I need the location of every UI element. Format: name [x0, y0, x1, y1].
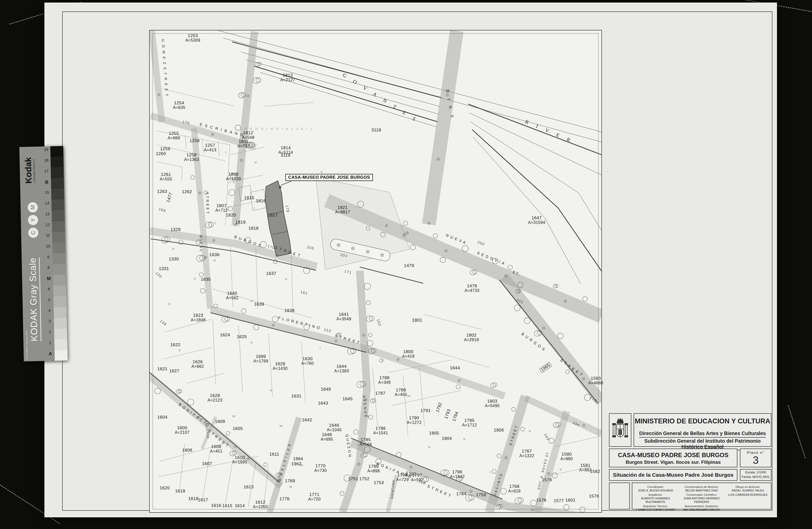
- kodak-scale-label: A: [45, 351, 56, 360]
- kodak-gray-patch: [53, 285, 67, 296]
- kodak-scale-label: 11: [42, 233, 53, 242]
- cadastral-map-drawing: [149, 30, 602, 513]
- empty-title-box: [609, 483, 630, 510]
- kodak-gray-patch: [54, 339, 68, 350]
- sheet-title-box: Situación de la Casa-Museo Padre José Bu…: [609, 469, 737, 481]
- plano-number: 3: [740, 454, 771, 466]
- kodak-scale-label: 14: [42, 201, 53, 210]
- kodak-gray-patch: [54, 317, 67, 328]
- scale-date-box: Escala: 1/1000 Fecha: MAYO 2001: [740, 469, 771, 481]
- credit-role: Coordinador: [632, 485, 679, 489]
- kodak-scale-label: B: [41, 180, 52, 188]
- scanned-map-photo: { "kodak_strip": { "brand": "Kodak", "br…: [0, 0, 812, 529]
- kodak-gray-patch: [51, 178, 64, 189]
- yellow-circle-icon: Y: [28, 215, 38, 225]
- kodak-scale-label: 10: [43, 244, 54, 253]
- kodak-gray-scale-strip: © The Tiffen Company, 2000 KODAK Gray Sc…: [19, 146, 68, 361]
- project-title-box: CASA-MUSEO PADRE JOSE BURGOS Burgos Stre…: [609, 448, 737, 467]
- credit-name: ANGEL SUAREZ VALES: [725, 489, 771, 492]
- kodak-gray-patch: [52, 200, 65, 211]
- kodak-gray-patch: [52, 211, 65, 221]
- credit-name: J. MARCOS TORIBIO GOMEZ: [632, 508, 679, 512]
- credit-name: JOSE A. BUCES AGUADO: [632, 489, 679, 492]
- ministry-header: MINISTERIO DE EDUCACION Y CULTURA Direcc…: [634, 413, 771, 447]
- kodak-scale-label: 15: [42, 190, 53, 199]
- kodak-gray-patch: [51, 168, 64, 178]
- sheet-title: Situación de la Casa-Museo Padre José Bu…: [609, 472, 737, 478]
- backdrop-stitch-line: [788, 405, 806, 458]
- kodak-scale-label: 5: [44, 298, 55, 306]
- kodak-strip-face: © The Tiffen Company, 2000 KODAK Gray Sc…: [19, 146, 68, 361]
- kodak-scale-label: 2: [44, 329, 55, 338]
- kodak-gray-patch: [54, 307, 67, 318]
- ministry-line1: MINISTERIO DE EDUCACION Y CULTURA: [634, 417, 771, 425]
- kodak-scale-label: M: [43, 276, 54, 285]
- title-block-escudo-box: [609, 413, 631, 447]
- kodak-gray-patch: [52, 232, 65, 243]
- kodak-scale-label: 18: [41, 158, 52, 167]
- credit-name: PALOMA RENARD GROSS: [679, 508, 725, 512]
- cyan-circle-icon: C: [28, 227, 39, 238]
- credit-role: Conservador Científico:: [679, 493, 725, 497]
- kodak-gray-patch: [51, 189, 64, 200]
- credit-name: JUAN ANTONIO HERRAEZ FERREIRO: [679, 497, 725, 504]
- credit-role: Conservadora de Museos:: [679, 485, 725, 489]
- credit-name: BELEN MARTINEZ DIAZ: [679, 489, 725, 492]
- kodak-gray-patch: [53, 264, 66, 275]
- project-address: Burgos Street. Vigan. Ilocos sur. Filipi…: [609, 459, 737, 465]
- credit-name: LUIS CABRERA RODRIGUEZ: [725, 493, 771, 497]
- ministry-line2: Dirección General de Bellas Artes y Bien…: [639, 430, 766, 438]
- kodak-scale-label: 13: [42, 212, 53, 220]
- kodak-scale-label: 17: [41, 169, 52, 178]
- kodak-scale-label: 12: [42, 223, 53, 231]
- credits-col3: Dibujo en Autocad:ANGEL SUAREZ VALESLUIS…: [725, 483, 771, 509]
- plano-number-box: Plano n° 3: [740, 448, 771, 467]
- kodak-gray-patch: [52, 242, 66, 253]
- credit-name: ALBERTO HUMANES BUSTAMANTE: [632, 497, 679, 504]
- credit-role: Dibujo en Autocad:: [725, 485, 771, 489]
- credits-box: CoordinadorJOSE A. BUCES AGUADOArquitect…: [632, 483, 771, 510]
- kodak-scale-label: 1: [45, 340, 56, 349]
- magenta-circle-icon: M: [28, 202, 38, 213]
- kodak-scale-label: 8: [43, 265, 54, 274]
- kodak-gray-patch: [54, 328, 67, 339]
- kodak-licensed-product: LICENSED PRODUCT: [33, 159, 36, 183]
- kodak-scale-label: 4: [44, 308, 55, 317]
- kodak-gray-patch: [54, 296, 67, 307]
- kodak-gray-patch: [50, 146, 63, 157]
- credits-col1: CoordinadorJOSE A. BUCES AGUADOArquitect…: [632, 483, 679, 509]
- kodak-scale-label: 19: [41, 147, 52, 156]
- project-name: CASA-MUSEO PADRE JOSE BURGOS: [609, 452, 737, 459]
- kodak-scale-label: 9: [43, 255, 54, 263]
- kodak-title: KODAK Gray Scale: [27, 257, 41, 341]
- credit-role: Asesoramiento Jardinería:: [679, 504, 725, 508]
- credit-role: Arquitecto:: [632, 493, 679, 497]
- kodak-gray-patch: [53, 253, 66, 264]
- kodak-copyright: © The Tiffen Company, 2000: [25, 331, 28, 360]
- spain-coat-of-arms-icon: [612, 417, 628, 443]
- kodak-gray-patch: [55, 350, 68, 361]
- date-value: Fecha: MAYO 2001: [740, 475, 771, 479]
- kodak-gray-patch: [52, 221, 65, 232]
- kodak-logo: Kodak: [23, 157, 33, 184]
- kodak-gray-patch: [53, 275, 66, 286]
- kodak-scale-label: 3: [44, 319, 55, 328]
- credit-role: Arquitecto Técnico:: [632, 504, 679, 508]
- scale-value: Escala: 1/1000: [740, 471, 771, 474]
- credits-col2: Conservadora de Museos:BELEN MARTINEZ DI…: [679, 483, 725, 509]
- kodak-scale-label: 6: [44, 287, 55, 296]
- kodak-gray-patch: [50, 157, 64, 168]
